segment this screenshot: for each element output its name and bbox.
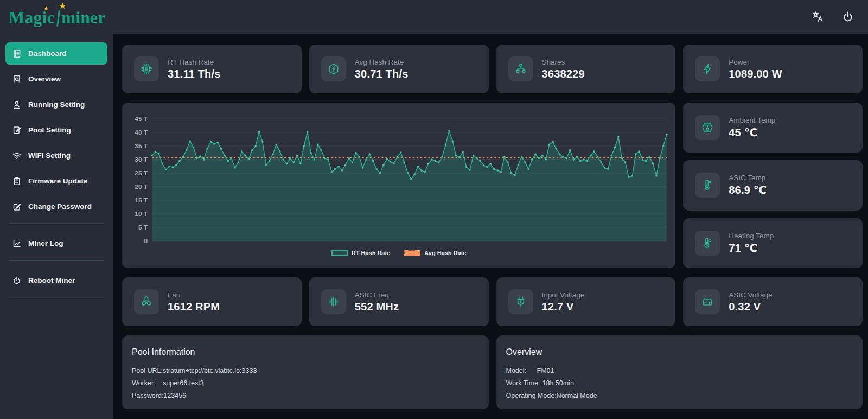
chart-line-icon [12,239,22,249]
sidebar-item-label: Reboot Miner [28,276,75,284]
logo-star-small-icon [43,5,49,11]
stat-card-heating-temp: Heating Temp 71 ℃ [683,218,863,268]
sidebar-item-running-setting[interactable]: Running Setting [5,93,107,116]
clipboard-icon [12,176,22,186]
stat-value: 12.7 V [542,301,585,313]
stat-card-input-voltage: Input Voltage 12.7 V [496,277,676,326]
stat-card-asic-temp: ASIC Temp 86.9 ℃ [683,160,863,210]
overview-panel: Overview Model: FM01 Work Time: 18h 50mi… [496,335,863,409]
sidebar-item-change-password[interactable]: Change Password [5,195,107,218]
legend-avg-hash-rate[interactable]: Avg Hash Rate [404,250,466,256]
stat-label: Fan [168,291,220,299]
thermometer-degree-icon [695,173,720,198]
hexagon-thermometer-icon [695,115,720,140]
sidebar-item-label: Miner Log [28,239,63,247]
legend-label: Avg Hash Rate [424,250,466,256]
operating-mode-label: Operating Mode: [506,391,557,401]
topbar-actions [809,9,856,25]
svg-text:5 T: 5 T [138,224,148,231]
document-pen-icon [12,125,22,135]
avg-series-swatch-icon [404,250,420,256]
svg-text:30 T: 30 T [135,156,148,163]
language-toggle-button[interactable] [809,9,826,25]
sidebar-item-label: Change Password [28,202,92,211]
stat-label: Shares [542,58,585,66]
translate-icon [811,10,824,23]
operating-mode-row: Operating Mode: Normal Mode [506,391,853,401]
hashrate-chart: 45 T40 T35 T30 T25 T20 T15 T10 T5 T0 [126,111,671,246]
stat-value: 45 ℃ [729,126,775,139]
sidebar-item-pool-setting[interactable]: Pool Setting [5,119,107,141]
panel-title: Overview [506,347,853,357]
sidebar-item-label: Overview [28,75,61,83]
sidebar-item-overview[interactable]: Overview [5,68,107,90]
stat-card-shares: Shares 3638229 [496,45,676,93]
app-logo: Magic miner [9,5,106,29]
edit-icon [12,202,22,212]
sidebar-item-label: Dashboard [28,49,67,58]
legend-rt-hash-rate[interactable]: RT Hash Rate [331,250,391,256]
stat-value: 0.32 V [729,301,772,313]
dashboard-icon [12,49,22,59]
stat-label: ASIC Temp [729,174,767,182]
sidebar-item-dashboard[interactable]: Dashboard [5,42,107,65]
hexagon-bolt-icon [321,56,346,81]
stat-label: Avg Hash Rate [355,58,409,66]
svg-text:20 T: 20 T [135,183,148,190]
plug-bolt-icon [508,289,533,314]
stat-value: 3638229 [542,68,585,80]
user-icon [12,100,22,110]
svg-text:15 T: 15 T [135,196,148,204]
lightning-bolt-icon [695,56,720,81]
stat-value: 30.71 Th/s [355,68,409,80]
temperature-column: Ambient Temp 45 ℃ ASIC Temp 86.9 ℃ Heati… [683,103,863,268]
hashrate-chart-card: 45 T40 T35 T30 T25 T20 T15 T10 T5 T0 RT … [122,103,675,268]
stat-card-power: Power 1089.00 W [683,45,863,93]
sidebar-item-firmware-update[interactable]: Firmware Update [5,170,107,192]
operating-mode-value: Normal Mode [557,391,597,401]
stat-card-ambient-temp: Ambient Temp 45 ℃ [683,103,863,153]
file-search-icon [12,74,22,84]
wifi-icon [12,151,22,161]
main-content: RT Hash Rate 31.11 Th/s Avg Hash Rate 30… [113,34,868,419]
stat-label: RT Hash Rate [168,58,221,66]
top-bar: Magic miner [0,0,868,34]
stat-card-avg-hash-rate: Avg Hash Rate 30.71 Th/s [309,45,489,93]
cpu-chip-icon [134,56,159,81]
power-icon [12,276,22,285]
password-value: 123456 [163,391,186,401]
stat-value: 1612 RPM [168,301,220,313]
rt-series-swatch-icon [331,250,348,256]
sidebar-item-wifi-setting[interactable]: WIFI Setting [5,144,107,167]
svg-text:10 T: 10 T [135,210,148,217]
stat-label: ASIC Freq. [355,291,399,299]
stat-label: Input Voltage [542,291,585,299]
svg-text:0: 0 [144,237,148,244]
legend-label: RT Hash Rate [352,250,391,256]
stat-card-fan: Fan 1612 RPM [122,277,302,326]
worker-row: Worker: super66.test3 [132,378,479,388]
panel-title: Pool Information [132,347,479,357]
sidebar-divider [9,223,104,224]
logo-wand-icon [56,10,60,27]
worker-label: Worker: [132,378,163,388]
stat-value: 71 ℃ [729,242,774,255]
sidebar: Dashboard Overview Running Setting Pool … [0,34,113,419]
sidebar-item-label: Running Setting [28,100,85,109]
stat-label: ASIC Voltage [729,291,772,299]
stat-label: Heating Temp [729,232,774,240]
work-time-row: Work Time: 18h 50min [506,378,853,388]
sidebar-item-label: WIFI Setting [28,151,71,160]
stat-value: 1089.00 W [729,68,782,80]
sidebar-divider [9,297,104,297]
sidebar-item-reboot-miner[interactable]: Reboot Miner [5,269,107,291]
password-row: Password: 123456 [132,391,479,401]
stat-card-rt-hash-rate: RT Hash Rate 31.11 Th/s [122,45,302,93]
model-label: Model: [506,366,537,376]
power-button[interactable] [840,9,856,25]
svg-text:25 T: 25 T [135,169,148,176]
thermometer-wave-icon [695,231,720,256]
sidebar-item-miner-log[interactable]: Miner Log [5,232,107,255]
stat-value: 31.11 Th/s [168,68,221,80]
stat-label: Ambient Temp [729,116,775,124]
